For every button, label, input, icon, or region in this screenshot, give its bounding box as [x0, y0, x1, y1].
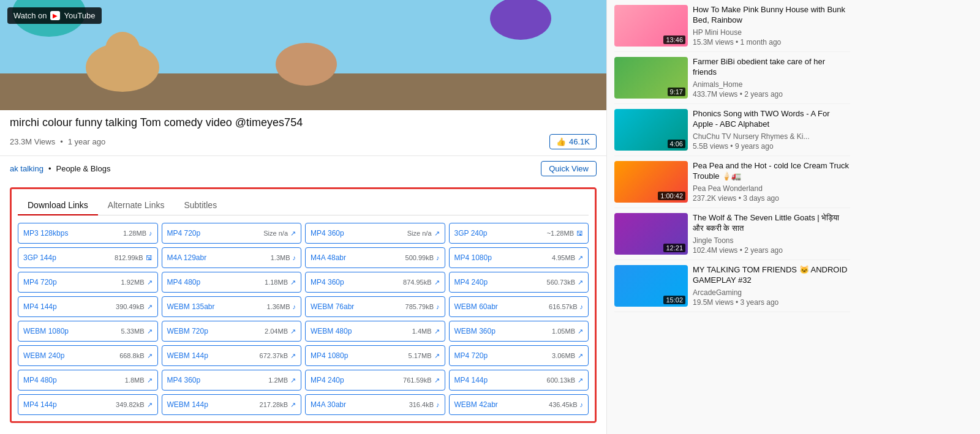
download-button[interactable]: MP4 360p874.95kB↗ [305, 272, 445, 293]
channel-name[interactable]: ak talking [10, 164, 43, 173]
sidebar-thumbnail: 1:00:42 [614, 161, 688, 203]
download-button[interactable]: WEBM 144p672.37kB↗ [162, 345, 302, 366]
download-button[interactable]: WEBM 240p668.8kB↗ [18, 345, 158, 366]
dl-size: 500.99kB♪ [403, 253, 440, 262]
download-button[interactable]: MP4 720p1.92MB↗ [18, 272, 158, 293]
sidebar-thumbnail: 4:06 [614, 109, 688, 151]
sidebar-item[interactable]: 15:02 MY TALKING TOM FRIENDS 🐱 ANDROID G… [614, 260, 850, 312]
dl-format-label: WEBM 240p [23, 351, 64, 360]
download-button[interactable]: WEBM 720p2.04MB↗ [162, 321, 302, 342]
watch-label: Watch on [13, 11, 47, 20]
sidebar-item-channel: Jingle Toons [693, 236, 850, 245]
dl-size: 1.92MB↗ [119, 278, 153, 286]
download-button[interactable]: MP4 1080p5.17MB↗ [305, 345, 445, 366]
download-button[interactable]: MP4 480p1.18MB↗ [162, 272, 302, 293]
download-button[interactable]: MP4 360p1.2MB↗ [162, 370, 302, 391]
tab-subtitles[interactable]: Subtitles [174, 195, 227, 215]
download-button[interactable]: MP4 144p390.49kB↗ [18, 296, 158, 317]
like-button[interactable]: 👍 46.1K [549, 134, 597, 149]
download-button[interactable]: MP4 240p560.73kB↗ [449, 272, 589, 293]
sidebar-item[interactable]: 9:17 Farmer BiBi obedient take care of h… [614, 52, 850, 104]
dl-format-label: MP4 720p [167, 229, 201, 238]
download-button[interactable]: WEBM 42abr436.45kB♪ [449, 394, 589, 415]
video-duration: 13:46 [663, 36, 685, 44]
download-button[interactable]: 3GP 240p~1.28MB🖫 [449, 223, 589, 244]
time-ago: 1 year ago [68, 137, 105, 146]
sidebar-item-info: MY TALKING TOM FRIENDS 🐱 ANDROID GAMEPLA… [693, 265, 850, 307]
dl-format-label: MP4 144p [23, 400, 57, 409]
download-button[interactable]: M4A 48abr500.99kB♪ [305, 247, 445, 268]
sidebar-item[interactable]: 4:06 Phonics Song with TWO Words - A For… [614, 104, 850, 156]
sidebar-thumbnail: 12:21 [614, 213, 688, 255]
download-button[interactable]: WEBM 144p217.28kB↗ [162, 394, 302, 415]
download-button[interactable]: WEBM 135abr1.36MB♪ [162, 296, 302, 317]
download-button[interactable]: WEBM 1080p5.33MB↗ [18, 321, 158, 342]
download-button[interactable]: WEBM 76abr785.79kB♪ [305, 296, 445, 317]
dl-size: 812.99kB🖫 [112, 253, 152, 262]
dl-size: 874.95kB↗ [401, 278, 439, 286]
download-button[interactable]: WEBM 60abr616.57kB♪ [449, 296, 589, 317]
sidebar-item-info: How To Make Pink Bunny House with Bunk B… [693, 5, 850, 47]
download-button[interactable]: MP4 144p349.82kB↗ [18, 394, 158, 415]
video-duration: 9:17 [668, 88, 685, 96]
download-button[interactable]: MP4 360pSize n/a↗ [305, 223, 445, 244]
video-duration: 1:00:42 [658, 192, 685, 200]
sidebar-item-channel: Pea Pea Wonderland [693, 184, 850, 193]
dl-size: 3.06MB↗ [549, 351, 583, 360]
sidebar-item[interactable]: 12:21 The Wolf & The Seven Little Goats … [614, 208, 850, 260]
download-button[interactable]: MP4 144p600.13kB↗ [449, 370, 589, 391]
dl-format-label: MP4 480p [167, 278, 201, 286]
thumbs-up-icon: 👍 [556, 137, 566, 146]
dl-format-label: WEBM 360p [454, 327, 496, 335]
category: People & Blogs [56, 164, 110, 173]
dl-size: 1.05MB↗ [549, 327, 583, 335]
download-button[interactable]: MP4 480p1.8MB↗ [18, 370, 158, 391]
sidebar-item-meta: 237.2K views • 3 days ago [693, 194, 850, 203]
download-button[interactable]: 3GP 144p812.99kB🖫 [18, 247, 158, 268]
svg-point-3 [276, 43, 337, 86]
dl-format-label: 3GP 144p [23, 253, 56, 262]
download-button[interactable]: M4A 129abr1.3MB♪ [162, 247, 302, 268]
download-button[interactable]: WEBM 360p1.05MB↗ [449, 321, 589, 342]
quick-view-button[interactable]: Quick View [541, 161, 597, 176]
dl-size: 761.59kB↗ [401, 376, 439, 384]
dl-format-label: MP3 128kbps [23, 229, 68, 238]
dl-format-label: WEBM 480p [311, 327, 352, 335]
sidebar-item-meta: 15.3M views • 1 month ago [693, 38, 850, 47]
sidebar-item[interactable]: 13:46 How To Make Pink Bunny House with … [614, 0, 850, 52]
tab-download-links[interactable]: Download Links [18, 195, 98, 215]
download-button[interactable]: MP4 720pSize n/a↗ [162, 223, 302, 244]
dot-separator: • [48, 164, 51, 173]
sidebar-item-title: The Wolf & The Seven Little Goats | भेड़… [693, 213, 850, 234]
dl-size: 668.8kB↗ [117, 351, 152, 360]
dl-format-label: M4A 48abr [311, 253, 346, 262]
sidebar-item-channel: ArcadeGaming [693, 288, 850, 297]
download-button[interactable]: MP4 1080p4.95MB↗ [449, 247, 589, 268]
dl-format-label: WEBM 76abr [311, 302, 354, 311]
dl-format-label: MP4 720p [454, 351, 488, 360]
download-button[interactable]: WEBM 480p1.4MB↗ [305, 321, 445, 342]
dl-format-label: WEBM 1080p [23, 327, 69, 335]
dl-size: 1.8MB↗ [123, 376, 153, 384]
watch-on-youtube[interactable]: Watch on YouTube [7, 7, 102, 24]
sidebar: 13:46 How To Make Pink Bunny House with … [606, 0, 858, 434]
sidebar-thumbnail: 15:02 [614, 265, 688, 307]
download-button[interactable]: MP3 128kbps1.28MB♪ [18, 223, 158, 244]
dl-size: 2.04MB↗ [262, 327, 296, 335]
dl-format-label: MP4 1080p [454, 253, 492, 262]
sidebar-item-title: Pea Pea and the Hot - cold Ice Cream Tru… [693, 161, 850, 182]
sidebar-item-meta: 102.4M views • 2 years ago [693, 246, 850, 255]
dl-format-label: WEBM 42abr [454, 400, 498, 409]
download-button[interactable]: M4A 30abr316.4kB♪ [305, 394, 445, 415]
dl-size: 5.17MB↗ [406, 351, 440, 360]
dl-format-label: MP4 360p [167, 376, 201, 384]
sidebar-item-meta: 19.5M views • 3 years ago [693, 298, 850, 307]
download-button[interactable]: MP4 720p3.06MB↗ [449, 345, 589, 366]
sidebar-item-title: Phonics Song with TWO Words - A For Appl… [693, 109, 850, 130]
dl-size: 4.95MB↗ [549, 253, 583, 262]
dl-format-label: M4A 129abr [167, 253, 207, 262]
tab-alternate-links[interactable]: Alternate Links [98, 195, 175, 215]
sidebar-item-meta: 5.5B views • 9 years ago [693, 142, 850, 151]
download-button[interactable]: MP4 240p761.59kB↗ [305, 370, 445, 391]
sidebar-item[interactable]: 1:00:42 Pea Pea and the Hot - cold Ice C… [614, 156, 850, 208]
